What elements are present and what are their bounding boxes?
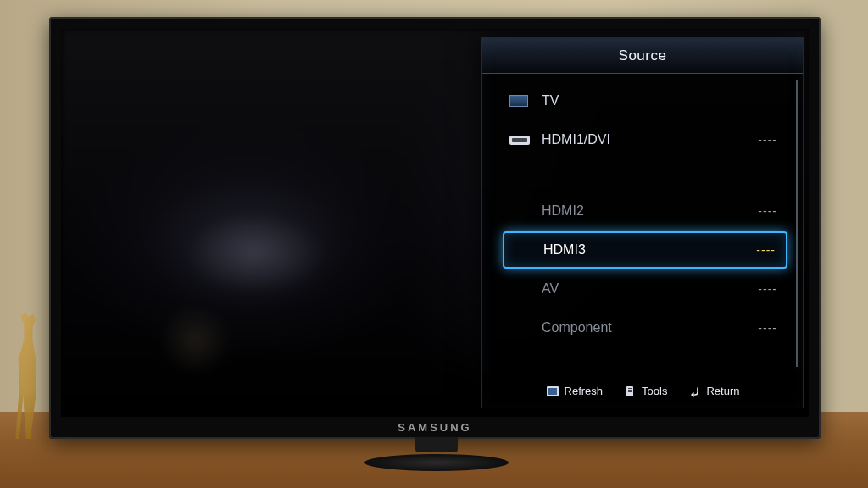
source-item-label: HDMI3: [543, 242, 756, 258]
tv-screen: Source TV HDMI1/DVI ---- HDMI2: [61, 29, 809, 417]
tv-icon: [509, 95, 538, 107]
tools-button[interactable]: Tools: [623, 385, 667, 397]
scrollbar[interactable]: [796, 80, 798, 367]
source-item-status: ----: [758, 321, 777, 335]
svg-rect-1: [548, 388, 557, 395]
source-item-hdmi3[interactable]: HDMI3 ----: [503, 231, 787, 269]
svg-rect-5: [628, 391, 632, 392]
source-item-status: ----: [758, 133, 777, 147]
source-item-component[interactable]: Component ----: [503, 309, 787, 347]
source-menu-panel: Source TV HDMI1/DVI ---- HDMI2: [481, 37, 804, 408]
source-item-tv[interactable]: TV: [503, 82, 787, 119]
source-item-status: ----: [758, 282, 777, 296]
tools-icon: [623, 385, 637, 397]
refresh-button[interactable]: Refresh: [546, 385, 604, 397]
footer-label: Tools: [642, 385, 667, 397]
group-separator: [503, 160, 787, 191]
source-item-status: ----: [756, 243, 776, 257]
svg-rect-3: [628, 388, 632, 389]
source-item-status: ----: [758, 204, 777, 218]
menu-title: Source: [482, 38, 803, 74]
source-item-label: AV: [542, 281, 758, 297]
tv-stand: [364, 437, 509, 471]
source-item-label: TV: [542, 93, 777, 108]
tv-frame: Source TV HDMI1/DVI ---- HDMI2: [49, 17, 821, 439]
svg-rect-4: [628, 390, 632, 391]
menu-footer: Refresh Tools Return: [482, 374, 803, 408]
source-item-hdmi2[interactable]: HDMI2 ----: [503, 192, 787, 230]
source-item-label: Component: [542, 320, 758, 336]
hdmi-icon: [509, 136, 538, 145]
footer-label: Return: [706, 385, 739, 397]
return-button[interactable]: Return: [687, 385, 739, 397]
tv-brand-logo: SAMSUNG: [398, 421, 471, 434]
return-icon: [687, 385, 701, 397]
source-item-av[interactable]: AV ----: [503, 270, 787, 308]
menu-body: TV HDMI1/DVI ---- HDMI2 ---- HDMI3: [482, 74, 803, 374]
source-item-hdmi1[interactable]: HDMI1/DVI ----: [503, 121, 787, 158]
source-item-label: HDMI1/DVI: [542, 132, 758, 147]
refresh-icon: [546, 385, 559, 397]
source-item-label: HDMI2: [542, 203, 758, 219]
footer-label: Refresh: [565, 385, 604, 397]
